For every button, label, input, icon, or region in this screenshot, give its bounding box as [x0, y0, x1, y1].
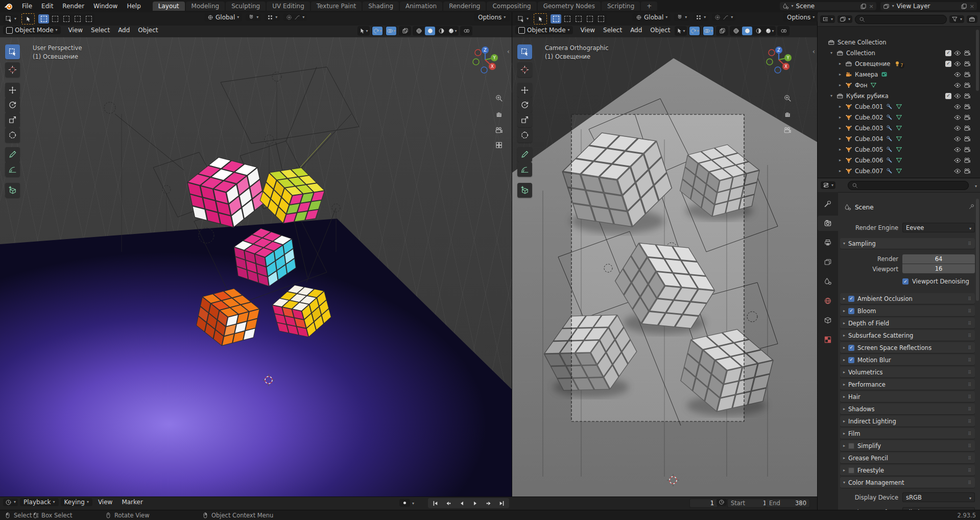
outliner-row-фон[interactable]: ▸Фон	[818, 80, 974, 90]
disable-render-toggle[interactable]	[964, 103, 971, 110]
shading-material[interactable]	[753, 27, 763, 35]
tab-workspace-texture-paint[interactable]: Texture Paint	[311, 2, 362, 11]
timeline-menu-keying[interactable]: Keying▾	[61, 498, 92, 506]
outliner-checkbox[interactable]: ✓	[945, 61, 951, 67]
auto-keying-options-chevron[interactable]: ▾	[411, 498, 415, 507]
properties-search-input[interactable]	[848, 181, 969, 190]
disclosure-open-icon[interactable]: ▾	[830, 51, 836, 55]
viewport-grid4-control[interactable]	[493, 139, 505, 151]
outliner-row-кубик-рубика[interactable]: ▾Кубик рубика✓	[818, 90, 974, 101]
viewport-menu-view[interactable]: View	[577, 26, 599, 34]
toggle-xray[interactable]	[400, 27, 410, 35]
panel-subsurface-scattering[interactable]: ▸Subsurface Scattering⠿	[840, 330, 975, 341]
toolbar-move[interactable]	[517, 83, 532, 98]
panel-indirect-lighting[interactable]: ▸Indirect Lighting⠿	[840, 416, 975, 427]
viewport-menu-add[interactable]: Add	[627, 26, 646, 34]
panel-checkbox[interactable]	[848, 467, 854, 474]
disable-render-toggle[interactable]	[964, 92, 971, 100]
panel-depth-of-field[interactable]: ▸Depth of Field⠿	[840, 318, 975, 328]
active-tool-button[interactable]	[534, 13, 547, 25]
outliner-row-cube-008[interactable]: ▸Cube.008	[818, 176, 974, 178]
panel-film[interactable]: ▸Film⠿	[840, 428, 975, 439]
select-mode-subtract[interactable]	[573, 14, 584, 23]
disable-render-toggle[interactable]	[964, 60, 971, 67]
shading-solid[interactable]	[425, 27, 435, 35]
menu-render[interactable]: Render	[58, 2, 89, 11]
tab-workspace-animation[interactable]: Animation	[400, 2, 442, 11]
disable-render-toggle[interactable]	[964, 168, 971, 175]
show-gizmo-toggle[interactable]: ▾	[689, 27, 700, 35]
disclosure-closed-icon[interactable]: ▸	[839, 136, 845, 141]
tab-workspace-modeling[interactable]: Modeling	[186, 2, 225, 11]
hide-viewport-toggle[interactable]	[954, 92, 961, 100]
frame-start-field[interactable]: Start1	[727, 499, 770, 508]
hide-viewport-toggle[interactable]	[954, 157, 961, 164]
display-mode-dropdown[interactable]: ▾	[820, 15, 835, 23]
tab-workspace-compositing[interactable]: Compositing	[487, 2, 536, 11]
outliner-row-камера[interactable]: ▸Камера	[818, 69, 974, 80]
disclosure-closed-icon[interactable]: ▸	[839, 61, 845, 66]
toolbar-add-cube[interactable]	[5, 183, 20, 198]
panel-drag-dots[interactable]: ⠿	[968, 241, 972, 246]
render-pass-dropdown[interactable]	[461, 27, 471, 35]
panel-drag-dots[interactable]: ⠿	[968, 296, 972, 301]
disable-render-toggle[interactable]	[964, 135, 971, 143]
tab-properties-output[interactable]	[818, 235, 838, 250]
render-pass-dropdown[interactable]	[778, 27, 788, 35]
toolbar-annotate[interactable]	[5, 147, 20, 162]
select-mode-new[interactable]	[551, 14, 561, 23]
select-mode-new[interactable]	[38, 14, 49, 23]
disclosure-open-icon[interactable]: ▾	[830, 93, 836, 98]
select-mode-invert[interactable]	[584, 14, 595, 23]
panel-drag-dots[interactable]: ⠿	[968, 345, 972, 350]
outliner-row-cube-002[interactable]: ▸Cube.002	[818, 112, 974, 123]
new-collection-button[interactable]	[967, 15, 977, 23]
viewport-magnifier-plus-control[interactable]	[493, 92, 505, 104]
disable-render-toggle[interactable]	[964, 157, 971, 164]
current-frame-field[interactable]: 1	[689, 499, 718, 508]
menu-edit[interactable]: Edit	[37, 2, 58, 11]
panel-performance[interactable]: ▸Performance⠿	[840, 379, 975, 390]
transport-play-back-button[interactable]	[456, 499, 468, 508]
close-icon[interactable]: ×	[970, 3, 974, 10]
panel-drag-dots[interactable]: ⠿	[968, 358, 972, 363]
menu-help[interactable]: Help	[122, 2, 145, 11]
panel-volumetrics[interactable]: ▸Volumetrics⠿	[840, 367, 975, 377]
transform-orientation-dropdown[interactable]: Global▾	[204, 13, 242, 21]
snap-dropdown[interactable]: ▾	[674, 14, 689, 21]
scene-selector[interactable]: ▾Scene×	[780, 2, 876, 10]
outliner-row-освещение[interactable]: ▸Освещение7✓	[818, 58, 974, 69]
tab-properties-render[interactable]	[818, 216, 838, 231]
transport-key-prev-button[interactable]	[442, 499, 455, 508]
panel-checkbox[interactable]: ✓	[848, 308, 854, 314]
panel-drag-dots[interactable]: ⠿	[968, 333, 972, 338]
panel-bloom[interactable]: ▸✓Bloom⠿	[840, 305, 975, 316]
tool-dropdown[interactable]: ▾	[3, 15, 18, 23]
viewport-denoising-checkbox[interactable]: ✓	[902, 278, 909, 285]
toolbar-rotate[interactable]	[517, 98, 532, 112]
viewport-3d-right[interactable]: Camera Orthographic(1) ОсвещениеZYX‹	[512, 37, 817, 497]
sampling-render-field[interactable]: 64	[902, 254, 975, 264]
outliner-row-cube-007[interactable]: ▸Cube.007	[818, 166, 974, 176]
shading-material[interactable]	[436, 27, 446, 35]
viewport-menu-select[interactable]: Select	[600, 26, 626, 34]
panel-drag-dots[interactable]: ⠿	[968, 382, 972, 387]
disable-render-toggle[interactable]	[964, 125, 971, 132]
outliner-row-cube-006[interactable]: ▸Cube.006	[818, 155, 974, 166]
tab-workspace-scripting[interactable]: Scripting	[602, 2, 640, 11]
hide-viewport-toggle[interactable]	[954, 50, 961, 57]
viewport-camera-control[interactable]	[493, 125, 505, 136]
properties-options-chevron[interactable]: ▾	[975, 182, 977, 189]
shading-rendered[interactable]: ▾	[764, 27, 775, 35]
disable-render-toggle[interactable]	[964, 114, 971, 121]
disclosure-closed-icon[interactable]: ▸	[839, 169, 845, 173]
panel-drag-dots[interactable]: ⠿	[968, 407, 972, 412]
viewport-magnifier-plus-control[interactable]	[782, 92, 793, 104]
tab-workspace-uv-editing[interactable]: UV Editing	[267, 2, 310, 11]
tab-properties-tool[interactable]	[818, 196, 838, 211]
editor-type-dropdown[interactable]: ▾	[3, 499, 18, 506]
panel-drag-dots[interactable]: ⠿	[968, 468, 972, 473]
shading-rendered[interactable]: ▾	[447, 27, 458, 35]
show-overlays-toggle[interactable]: ▾	[386, 27, 396, 35]
menu-file[interactable]: File	[17, 2, 37, 11]
